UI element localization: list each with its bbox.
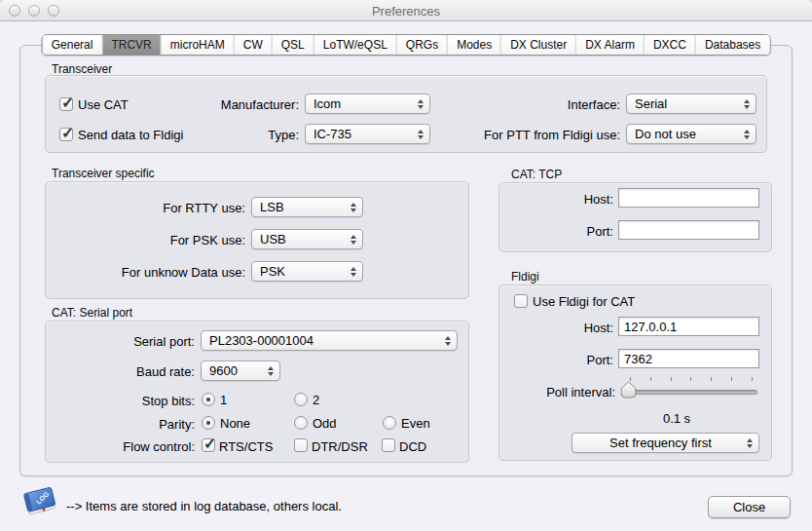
fldigi-group-label: Fldigi: [511, 270, 539, 284]
manufacturer-select[interactable]: Icom: [305, 94, 430, 114]
updown-arrows-icon: [445, 336, 451, 346]
parity-none-label: None: [220, 417, 250, 431]
psk-use-select[interactable]: USB: [251, 229, 363, 249]
use-fldigi-for-cat-label: Use Fldigi for CAT: [533, 295, 635, 309]
poll-interval-label: Poll interval:: [487, 386, 615, 399]
updown-arrows-icon: [268, 366, 274, 376]
poll-interval-slider-track[interactable]: [621, 390, 757, 395]
tab-dx-cluster[interactable]: DX Cluster: [501, 35, 576, 55]
baud-rate-select[interactable]: 9600: [201, 360, 280, 381]
interface-label: Interface:: [448, 98, 620, 112]
preferences-window: Preferences General TRCVR microHAM CW QS…: [0, 0, 812, 531]
use-fldigi-for-cat-checkbox[interactable]: [514, 294, 528, 308]
fldigi-host-input[interactable]: [618, 317, 759, 336]
unknown-data-use-label: For unknow Data use:: [58, 266, 245, 280]
flow-control-dcd-label: DCD: [399, 440, 426, 454]
updown-arrows-icon: [351, 267, 356, 277]
footer-note: --> Items are stored in log database, ot…: [66, 499, 342, 513]
slider-tick: [711, 377, 712, 381]
flow-control-dtrdsr-checkbox[interactable]: [294, 438, 308, 452]
poll-interval-value: 0.1 s: [638, 411, 716, 426]
tab-lotw-eqsl[interactable]: LoTW/eQSL: [314, 35, 397, 55]
flow-control-rtscts-label: RTS/CTS: [219, 440, 273, 454]
log-book-icon: LOG: [21, 482, 60, 523]
fldigi-host-label: Host:: [506, 322, 613, 335]
fldigi-port-input[interactable]: [618, 349, 759, 368]
stop-bits-1-radio[interactable]: [202, 393, 215, 406]
stop-bits-label: Stop bits:: [58, 395, 195, 408]
updown-arrows-icon: [418, 99, 424, 109]
ptt-from-fldigi-label: For PTT from Fldigi use:: [448, 129, 620, 142]
send-data-to-fldigi-checkbox[interactable]: [59, 128, 73, 141]
tab-trcvr[interactable]: TRCVR: [102, 35, 161, 55]
cat-tcp-host-label: Host:: [506, 193, 613, 207]
tab-cw[interactable]: CW: [235, 35, 273, 55]
rtty-use-label: For RTTY use:: [58, 202, 245, 215]
transceiver-group-label: Transceiver: [52, 62, 112, 76]
tab-modes[interactable]: Modes: [448, 35, 501, 55]
flow-control-dcd-checkbox[interactable]: [382, 438, 395, 452]
slider-tick: [650, 377, 651, 381]
updown-arrows-icon: [351, 235, 356, 245]
close-button[interactable]: Close: [708, 496, 791, 518]
transceiver-specific-group-label: Transceiver specific: [52, 167, 155, 180]
titlebar: Preferences: [0, 0, 812, 21]
updown-arrows-icon: [351, 203, 356, 212]
serial-port-label: Serial port:: [58, 335, 195, 349]
use-cat-checkbox[interactable]: [59, 97, 73, 111]
stop-bits-2-label: 2: [313, 394, 319, 407]
tab-bar: General TRCVR microHAM CW QSL LoTW/eQSL …: [42, 34, 771, 56]
serial-port-select[interactable]: PL2303-00001004: [201, 330, 458, 351]
slider-tick: [671, 377, 672, 381]
tab-microham[interactable]: microHAM: [162, 35, 235, 55]
slider-tick: [731, 377, 732, 381]
rtty-use-select[interactable]: LSB: [251, 197, 363, 217]
send-data-to-fldigi-label: Send data to Fldigi: [78, 129, 183, 142]
cat-tcp-port-label: Port:: [506, 225, 613, 239]
psk-use-label: For PSK use:: [58, 234, 245, 247]
use-cat-label: Use CAT: [78, 98, 129, 112]
tab-qsl[interactable]: QSL: [273, 35, 314, 55]
cat-tcp-host-input[interactable]: [618, 188, 759, 208]
updown-arrows-icon: [744, 99, 750, 109]
parity-even-label: Even: [401, 417, 430, 431]
updown-arrows-icon: [418, 130, 424, 139]
parity-even-radio[interactable]: [383, 416, 396, 430]
unknown-data-use-select[interactable]: PSK: [251, 261, 363, 282]
manufacturer-label: Manufacturer:: [195, 98, 299, 112]
tab-general[interactable]: General: [43, 35, 103, 55]
tab-dxcc[interactable]: DXCC: [645, 35, 696, 55]
flow-control-label: Flow control:: [58, 440, 195, 454]
flow-control-dtrdsr-label: DTR/DSR: [312, 440, 368, 454]
interface-select[interactable]: Serial: [626, 94, 757, 114]
type-select[interactable]: IC-735: [305, 124, 430, 144]
flow-control-rtscts-checkbox[interactable]: [202, 438, 215, 452]
tab-databases[interactable]: Databases: [696, 35, 769, 55]
updown-arrows-icon: [747, 438, 753, 448]
slider-tick: [690, 377, 691, 381]
parity-odd-label: Odd: [313, 417, 337, 431]
parity-none-radio[interactable]: [202, 416, 215, 430]
cat-serial-group-label: CAT: Serial port: [52, 306, 132, 320]
parity-label: Parity:: [58, 418, 195, 432]
baud-rate-label: Baud rate:: [58, 365, 195, 379]
cat-tcp-port-input[interactable]: [618, 220, 759, 240]
fldigi-frequency-mode-select[interactable]: Set frequency first: [572, 433, 759, 453]
window-title: Preferences: [0, 4, 812, 19]
ptt-from-fldigi-select[interactable]: Do not use: [626, 124, 757, 144]
parity-odd-radio[interactable]: [294, 416, 308, 430]
fldigi-port-label: Port:: [506, 354, 613, 367]
updown-arrows-icon: [744, 130, 750, 139]
tab-qrgs[interactable]: QRGs: [397, 35, 448, 55]
slider-tick: [752, 377, 753, 381]
cat-tcp-group-label: CAT: TCP: [511, 168, 562, 181]
stop-bits-2-radio[interactable]: [294, 393, 308, 406]
tab-dx-alarm[interactable]: DX Alarm: [576, 35, 645, 55]
type-label: Type:: [195, 129, 299, 142]
stop-bits-1-label: 1: [220, 394, 227, 407]
poll-interval-slider-thumb[interactable]: [620, 381, 637, 398]
